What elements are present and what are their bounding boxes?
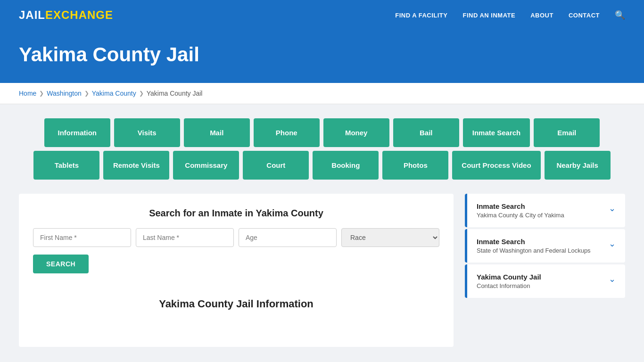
btn-commissary[interactable]: Commissary [173, 151, 239, 180]
info-section: Yakima County Jail Information [33, 285, 439, 333]
btn-booking[interactable]: Booking [313, 151, 379, 180]
race-select[interactable]: Race [341, 228, 439, 247]
last-name-input[interactable] [136, 228, 234, 247]
button-grid: Information Visits Mail Phone Money Bail… [19, 118, 625, 180]
btn-remote-visits[interactable]: Remote Visits [103, 151, 169, 180]
btn-money[interactable]: Money [323, 118, 389, 147]
btn-court-process-video[interactable]: Court Process Video [452, 151, 540, 180]
age-input[interactable] [239, 228, 337, 247]
btn-visits[interactable]: Visits [114, 118, 180, 147]
sidebar: Inmate Search Yakima County & City of Ya… [465, 194, 625, 300]
breadcrumb-sep-2: ❯ [84, 90, 89, 97]
content-row: Search for an Inmate in Yakima County Ra… [19, 194, 625, 347]
logo-exchange: EXCHANGE [45, 8, 113, 21]
btn-inmate-search[interactable]: Inmate Search [463, 118, 530, 147]
sidebar-card-title-1: Inmate Search [477, 238, 591, 246]
first-name-input[interactable] [33, 228, 131, 247]
nav-contact[interactable]: CONTACT [569, 12, 600, 19]
sidebar-card-text-2: Yakima County Jail Contact Information [477, 273, 541, 289]
breadcrumb-sep-1: ❯ [39, 90, 44, 97]
main-nav: FIND A FACILITY FIND AN INMATE ABOUT CON… [395, 10, 625, 20]
breadcrumb-sep-3: ❯ [139, 90, 144, 97]
btn-bail[interactable]: Bail [393, 118, 459, 147]
breadcrumb-bar: Home ❯ Washington ❯ Yakima County ❯ Yaki… [0, 83, 644, 104]
btn-nearby-jails[interactable]: Nearby Jails [545, 151, 611, 180]
btn-tablets[interactable]: Tablets [33, 151, 99, 180]
chevron-down-icon-0: ⌄ [609, 203, 616, 214]
sidebar-card-title-0: Inmate Search [477, 202, 564, 210]
site-header: JAILEXCHANGE FIND A FACILITY FIND AN INM… [0, 0, 644, 30]
btn-information[interactable]: Information [44, 118, 110, 147]
btn-email[interactable]: Email [534, 118, 600, 147]
main-content: Information Visits Mail Phone Money Bail… [0, 104, 644, 361]
chevron-down-icon-1: ⌄ [609, 239, 616, 249]
sidebar-card-1: Inmate Search State of Washington and Fe… [465, 229, 625, 263]
btn-phone[interactable]: Phone [254, 118, 320, 147]
search-icon[interactable]: 🔍 [615, 10, 625, 20]
sidebar-card-header-0[interactable]: Inmate Search Yakima County & City of Ya… [465, 194, 625, 227]
search-fields: Race [33, 228, 439, 247]
btn-court[interactable]: Court [243, 151, 309, 180]
inmate-search-section: Search for an Inmate in Yakima County Ra… [19, 194, 454, 347]
hero-section: Yakima County Jail [0, 30, 644, 83]
btn-photos[interactable]: Photos [382, 151, 448, 180]
page-title: Yakima County Jail [19, 43, 625, 66]
breadcrumb: Home ❯ Washington ❯ Yakima County ❯ Yaki… [19, 90, 625, 97]
btn-mail[interactable]: Mail [184, 118, 250, 147]
nav-find-facility[interactable]: FIND A FACILITY [395, 12, 447, 19]
sidebar-card-subtitle-0: Yakima County & City of Yakima [477, 212, 564, 219]
chevron-down-icon-2: ⌄ [609, 274, 616, 284]
sidebar-card-text-1: Inmate Search State of Washington and Fe… [477, 238, 591, 254]
sidebar-card-title-2: Yakima County Jail [477, 273, 541, 281]
logo-jail: JAIL [19, 8, 45, 21]
info-title: Yakima County Jail Information [47, 298, 425, 310]
sidebar-card-subtitle-1: State of Washington and Federal Lockups [477, 247, 591, 254]
sidebar-card-header-1[interactable]: Inmate Search State of Washington and Fe… [465, 229, 625, 263]
breadcrumb-current: Yakima County Jail [147, 90, 203, 97]
breadcrumb-home[interactable]: Home [19, 90, 36, 97]
sidebar-card-0: Inmate Search Yakima County & City of Ya… [465, 194, 625, 227]
sidebar-card-text-0: Inmate Search Yakima County & City of Ya… [477, 202, 564, 219]
sidebar-card-subtitle-2: Contact Information [477, 282, 541, 289]
site-logo[interactable]: JAILEXCHANGE [19, 8, 113, 22]
nav-find-inmate[interactable]: FIND AN INMATE [462, 12, 515, 19]
breadcrumb-washington[interactable]: Washington [47, 90, 81, 97]
search-button[interactable]: SEARCH [33, 255, 89, 273]
nav-about[interactable]: ABOUT [530, 12, 553, 19]
sidebar-card-header-2[interactable]: Yakima County Jail Contact Information ⌄ [465, 264, 625, 298]
sidebar-card-2: Yakima County Jail Contact Information ⌄ [465, 264, 625, 298]
search-title: Search for an Inmate in Yakima County [33, 208, 439, 219]
breadcrumb-yakima-county[interactable]: Yakima County [92, 90, 136, 97]
